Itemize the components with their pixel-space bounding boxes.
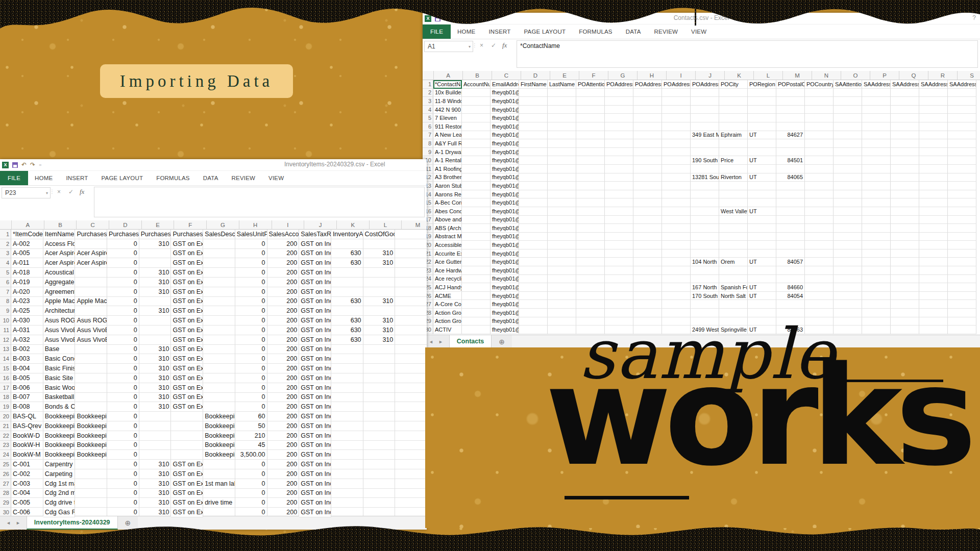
cell[interactable] [776,165,805,173]
cell[interactable] [748,190,776,199]
cell[interactable] [395,325,427,335]
column-header-C[interactable]: C [77,220,109,230]
cell[interactable]: Bookkeeping [75,431,107,441]
cell[interactable] [395,345,427,355]
cell[interactable] [662,190,691,199]
cell[interactable] [891,249,919,258]
cell[interactable] [331,354,363,364]
cell[interactable] [719,190,748,199]
cell[interactable] [75,460,107,469]
cell[interactable]: Asus VivoB [75,335,107,345]
cell[interactable] [805,106,834,114]
cell[interactable]: Bonds & Certificates [43,402,76,412]
cell[interactable] [462,165,491,173]
cell[interactable] [519,122,548,131]
cell[interactable]: 200 [267,268,300,278]
cell[interactable] [662,122,691,131]
ribbon-tab-view[interactable]: VIEW [684,24,713,39]
cell[interactable]: 0 [235,393,267,403]
cell[interactable] [834,275,862,284]
cell[interactable]: 200 [267,393,300,403]
cell[interactable] [462,89,491,97]
cell[interactable] [548,317,576,326]
cell[interactable] [662,156,691,165]
row-number[interactable]: 24 [0,450,11,460]
column-header-H[interactable]: H [239,220,272,230]
cell[interactable]: Bookkeeping [203,421,235,431]
cell[interactable] [834,207,862,216]
cell[interactable] [75,354,107,364]
cell[interactable]: GST on Expenses [171,373,203,383]
cell[interactable] [548,283,576,292]
cell[interactable]: Basic Wood & Plaster [43,383,76,393]
ribbon-tab-home[interactable]: HOME [28,171,59,185]
cell[interactable] [605,249,633,258]
cell[interactable]: 200 [267,278,300,287]
cell[interactable]: 0 [235,402,267,412]
cell[interactable] [948,106,976,114]
cell[interactable] [948,131,976,140]
cell[interactable]: A&Y Full Remodel Hai [433,139,462,148]
cell[interactable]: Bookkeeping [203,450,235,460]
cell[interactable] [363,393,396,403]
column-header-F[interactable]: F [579,71,608,80]
cell[interactable] [519,275,548,284]
cell[interactable] [576,148,605,157]
cell[interactable]: 0 [107,441,139,450]
cell[interactable] [834,165,862,173]
cell[interactable] [776,300,805,309]
cell[interactable] [548,131,576,140]
cell[interactable] [75,469,107,479]
cell[interactable]: UT [748,283,776,292]
cell[interactable] [891,233,919,241]
cell[interactable] [203,297,235,307]
cell[interactable]: SalesDescription [203,230,235,239]
cell[interactable] [691,89,719,97]
cell[interactable] [605,233,633,241]
cell[interactable] [805,224,834,233]
undo-icon[interactable]: ↶ [444,15,449,21]
cell[interactable]: Action Group Utah LL [433,317,462,326]
cell[interactable] [862,148,891,157]
cell[interactable] [605,266,633,275]
cell[interactable] [462,258,491,266]
cell[interactable]: C-004 [11,489,43,498]
cell[interactable] [519,114,548,122]
name-box[interactable]: A1 ▾ [424,41,473,52]
cell[interactable] [919,241,948,249]
cell[interactable]: 0 [235,297,267,307]
cell[interactable] [919,173,948,182]
row-number[interactable]: 2 [423,89,433,97]
cell[interactable]: Above and beyond re [433,216,462,224]
cell[interactable] [462,173,491,182]
cell[interactable] [919,292,948,300]
cell[interactable]: fheyqb01@gmail.com [491,241,519,249]
cell[interactable] [576,106,605,114]
cell[interactable]: 310 [139,469,172,479]
cell[interactable] [548,156,576,165]
cell[interactable]: ACTIV [433,325,462,334]
cell[interactable] [331,278,363,287]
cell[interactable] [75,498,107,508]
cell[interactable]: 310 [139,354,172,364]
cell[interactable] [203,316,235,325]
cell[interactable]: fheyqb01@gmail.com [491,173,519,182]
row-number[interactable]: 17 [0,383,11,393]
cell[interactable] [834,249,862,258]
cell[interactable]: GST on Expenses [171,335,203,345]
cell[interactable]: GST on Income [299,297,331,307]
cell[interactable] [139,441,172,450]
ribbon-tab-file[interactable]: FILE [0,171,28,185]
row-number[interactable]: 9 [0,306,11,316]
column-header-L[interactable]: L [370,220,402,230]
cell[interactable] [862,198,891,207]
cell[interactable]: Cdg Gas Reimburse [43,508,76,517]
column-header-K[interactable]: K [337,220,370,230]
cell[interactable] [548,148,576,157]
cell[interactable] [662,97,691,106]
cell[interactable] [862,97,891,106]
cell[interactable]: 84501 [776,156,805,165]
prev-sheet-icon[interactable]: ◄ [6,520,11,525]
cell[interactable]: fheyqb01@gmail.com [491,249,519,258]
cell[interactable] [834,300,862,309]
